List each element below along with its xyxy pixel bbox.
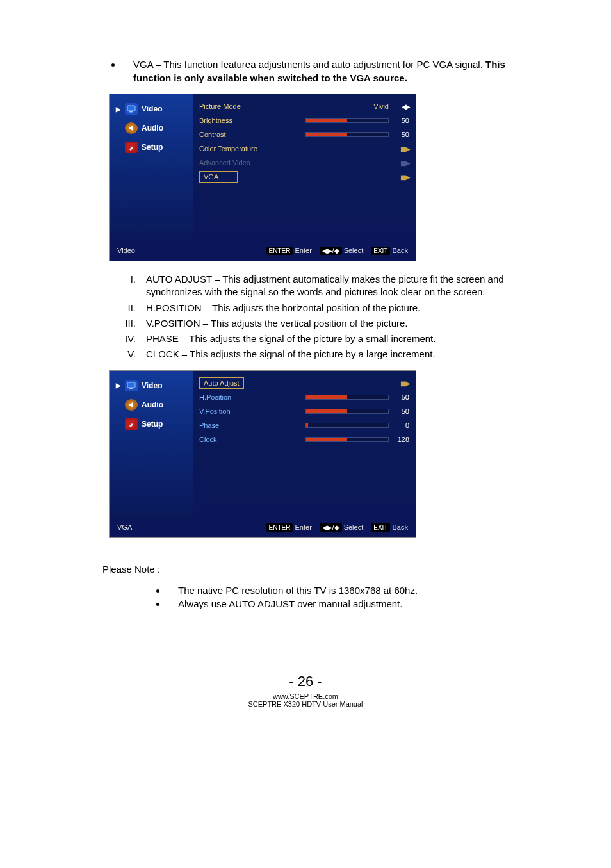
triangle-right-icon: ▶ — [116, 382, 121, 389]
sidebar-item-setup[interactable]: ▶ Setup — [113, 414, 189, 434]
sidebar-label: Setup — [142, 143, 163, 152]
row-label: Contrast — [199, 131, 276, 138]
slider-bar[interactable] — [306, 132, 389, 137]
speaker-icon — [125, 122, 138, 134]
sidebar-label: Setup — [142, 420, 163, 429]
sidebar-item-video[interactable]: ▶ Video — [113, 99, 189, 119]
intro-lead: VGA – This function featurea adjustments… — [133, 59, 485, 70]
list-item: I.AUTO ADJUST – This adjustment automati… — [115, 273, 534, 299]
list-item: III.V.POSITION – This adjusts the vertic… — [115, 317, 534, 330]
sidebar-label: Video — [142, 381, 162, 390]
key-exit-label: Back — [393, 523, 408, 531]
list-text: PHASE – This adjusts the signal of the p… — [146, 332, 534, 345]
submenu-icon: ▮▮▶ — [400, 380, 409, 387]
sidebar-item-audio[interactable]: ▶ Audio — [113, 119, 189, 138]
svg-rect-5 — [129, 388, 133, 389]
definitions-list: I.AUTO ADJUST – This adjustment automati… — [115, 273, 534, 361]
osd-sidebar: ▶ Video ▶ Audio ▶ — [110, 371, 193, 518]
row-label: H.Position — [199, 393, 276, 401]
footer-manual: SCEPTRE X320 HDTV User Manual — [0, 700, 611, 708]
row-label: Phase — [199, 422, 276, 429]
list-text: H.POSITION – This adjusts the horizontal… — [146, 302, 534, 315]
list-item: II.H.POSITION – This adjusts the horizon… — [115, 302, 534, 315]
svg-rect-1 — [129, 111, 133, 113]
key-exit: EXIT — [371, 523, 390, 532]
slider-bar[interactable] — [306, 423, 389, 428]
sidebar-item-video[interactable]: ▶ Video — [113, 376, 189, 395]
key-select-label: Select — [344, 523, 364, 531]
osd-footer: Video ENTER Enter ◀▶/◆ Select EXIT Back — [110, 242, 416, 261]
row-label: VGA — [199, 171, 238, 183]
key-select-label: Select — [344, 247, 364, 254]
roman-numeral: IV. — [115, 332, 146, 345]
slider-bar[interactable] — [306, 409, 389, 414]
notes-list: The native PC resolution of this TV is 1… — [77, 585, 534, 609]
row-value: Vivid — [373, 102, 389, 110]
row-hposition[interactable]: H.Position 50 — [199, 390, 409, 404]
slider-bar[interactable] — [306, 118, 389, 123]
row-label: Advanced Video — [199, 159, 276, 167]
sidebar-item-setup[interactable]: ▶ Setup — [113, 138, 189, 157]
key-enter-label: Enter — [295, 247, 312, 254]
row-auto-adjust[interactable]: Auto Adjust ▮▮▶ — [199, 376, 409, 390]
footer-title: Video — [117, 247, 135, 254]
sidebar-label: Video — [142, 104, 162, 113]
svg-rect-0 — [127, 106, 135, 111]
row-value: 50 — [393, 393, 409, 401]
key-exit-label: Back — [393, 247, 408, 254]
roman-numeral: III. — [115, 317, 146, 330]
row-label: Picture Mode — [199, 102, 276, 110]
list-text: V.POSITION – This adjusts the vertical p… — [146, 317, 534, 330]
row-picture-mode[interactable]: Picture Mode Vivid ◀▶ — [199, 99, 409, 113]
wrench-icon — [125, 418, 138, 430]
row-value: 128 — [393, 436, 409, 443]
tv-icon — [125, 103, 138, 115]
row-label: Auto Adjust — [199, 377, 244, 389]
row-label: Brightness — [199, 117, 276, 124]
arrows-icon: ◀▶/◆ — [320, 247, 342, 255]
key-enter: ENTER — [266, 523, 293, 532]
list-text: CLOCK – This adjusts the signal of the p… — [146, 348, 534, 361]
row-label: Clock — [199, 436, 276, 443]
footer-title: VGA — [117, 523, 132, 531]
svg-rect-4 — [127, 382, 135, 388]
submenu-icon: ▮▮▶ — [400, 174, 409, 181]
list-item: IV.PHASE – This adjusts the signal of th… — [115, 332, 534, 345]
row-vposition[interactable]: V.Position 50 — [199, 404, 409, 418]
page-number: - 26 - — [0, 673, 611, 690]
footer-url: www.SCEPTRE.com — [0, 692, 611, 700]
key-enter: ENTER — [266, 247, 293, 255]
key-exit: EXIT — [371, 247, 390, 255]
slider-bar[interactable] — [306, 395, 389, 400]
row-value: 0 — [393, 422, 409, 429]
row-value: 50 — [393, 131, 409, 138]
row-label: Color Temperature — [199, 145, 276, 152]
row-value: 50 — [393, 407, 409, 415]
list-item: Always use AUTO ADJUST over manual adjus… — [167, 598, 534, 609]
list-item: The native PC resolution of this TV is 1… — [167, 585, 534, 596]
arrows-lr-icon: ◀▶ — [402, 103, 409, 110]
row-phase[interactable]: Phase 0 — [199, 418, 409, 432]
sidebar-item-audio[interactable]: ▶ Audio — [113, 395, 189, 414]
slider-bar[interactable] — [306, 437, 389, 442]
row-vga[interactable]: VGA ▮▮▶ — [199, 170, 409, 184]
triangle-right-icon: ▶ — [116, 106, 121, 113]
speaker-icon — [125, 399, 138, 411]
row-color-temperature[interactable]: Color Temperature ▮▮▶ — [199, 142, 409, 156]
row-brightness[interactable]: Brightness 50 — [199, 113, 409, 127]
list-item: V.CLOCK – This adjusts the signal of the… — [115, 348, 534, 361]
osd-footer: VGA ENTER Enter ◀▶/◆ Select EXIT Back — [110, 518, 416, 537]
row-contrast[interactable]: Contrast 50 — [199, 127, 409, 142]
osd-sidebar: ▶ Video ▶ Audio ▶ — [110, 94, 193, 242]
wrench-icon — [125, 142, 138, 153]
row-advanced-video: Advanced Video ▮▮▶ — [199, 156, 409, 170]
row-label: V.Position — [199, 407, 276, 415]
submenu-icon: ▮▮▶ — [400, 160, 409, 167]
osd-video-menu: ▶ Video ▶ Audio ▶ — [109, 94, 416, 261]
please-note-heading: Please Note : — [102, 564, 534, 575]
osd-vga-menu: ▶ Video ▶ Audio ▶ — [109, 370, 416, 538]
row-clock[interactable]: Clock 128 — [199, 432, 409, 446]
submenu-icon: ▮▮▶ — [400, 145, 409, 152]
arrows-icon: ◀▶/◆ — [320, 523, 342, 532]
sidebar-label: Audio — [142, 400, 163, 409]
